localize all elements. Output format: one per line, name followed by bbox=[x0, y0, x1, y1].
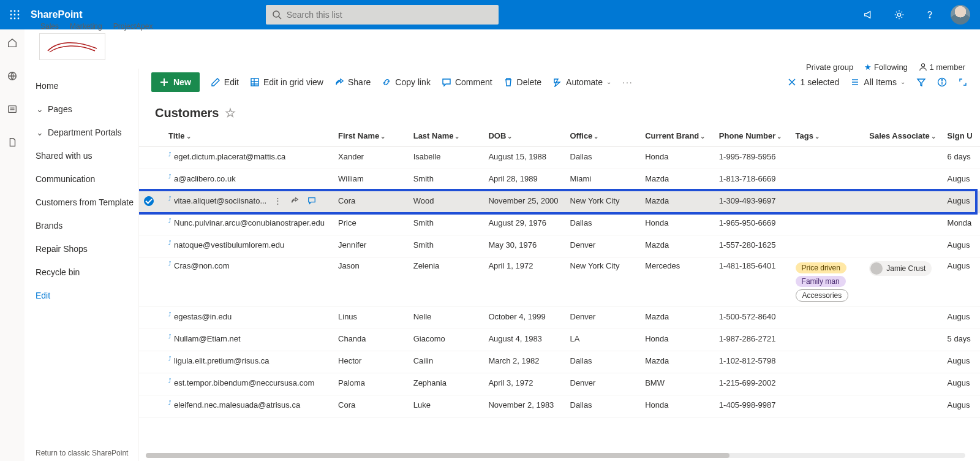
nav-edit[interactable]: Edit bbox=[36, 289, 137, 302]
cell: Linus bbox=[333, 307, 409, 329]
nav-recycle-bin[interactable]: Recycle bin bbox=[36, 266, 137, 278]
row-title[interactable]: eget.dictum.placerat@mattis.ca bbox=[174, 152, 285, 161]
hub-link[interactable]: ProjectApex bbox=[113, 22, 153, 31]
new-button[interactable]: New bbox=[151, 72, 200, 92]
nav-pages[interactable]: ⌄Pages bbox=[36, 103, 137, 115]
row-select-checkbox[interactable] bbox=[144, 196, 154, 206]
cell: 1-481-185-6401 bbox=[714, 257, 791, 307]
col-brand[interactable]: Current Brand⌄ bbox=[640, 125, 714, 147]
cell: Nelle bbox=[409, 307, 484, 329]
table-row[interactable]: ⤴Nunc.pulvinar.arcu@conubianostraper.edu… bbox=[139, 213, 980, 235]
row-title[interactable]: Cras@non.com bbox=[174, 261, 230, 270]
nav-shared-with-us[interactable]: Shared with us bbox=[36, 150, 137, 162]
info-button[interactable] bbox=[937, 77, 947, 87]
row-title[interactable]: a@aclibero.co.uk bbox=[174, 174, 236, 183]
col-sales-associate[interactable]: Sales Associate⌄ bbox=[864, 125, 942, 147]
row-title[interactable]: natoque@vestibulumlorem.edu bbox=[174, 240, 284, 250]
new-indicator-icon: ⤴ bbox=[168, 151, 172, 158]
close-icon bbox=[788, 78, 796, 86]
automate-button[interactable]: Automate ⌄ bbox=[552, 77, 611, 87]
site-logo[interactable] bbox=[39, 33, 105, 60]
nav-communication[interactable]: Communication bbox=[36, 173, 137, 185]
nav-brands[interactable]: Brands bbox=[36, 219, 137, 232]
tag-pill[interactable]: Family man bbox=[796, 276, 846, 287]
row-select-checkbox[interactable] bbox=[144, 356, 154, 366]
col-title[interactable]: Title⌄ bbox=[164, 125, 333, 147]
tags-cell bbox=[791, 395, 865, 417]
row-title[interactable]: Nullam@Etiam.net bbox=[174, 334, 241, 343]
associate-cell bbox=[864, 235, 942, 257]
copy-link-button[interactable]: Copy link bbox=[382, 77, 431, 87]
row-title[interactable]: eleifend.nec.malesuada@atrisus.ca bbox=[174, 400, 300, 410]
edit-button[interactable]: Edit bbox=[211, 77, 239, 87]
row-share-icon[interactable] bbox=[290, 196, 299, 205]
hub-link[interactable]: Marketing bbox=[70, 22, 102, 31]
filter-button[interactable] bbox=[916, 77, 926, 87]
delete-button[interactable]: Delete bbox=[503, 77, 541, 87]
row-title[interactable]: ligula.elit.pretium@risus.ca bbox=[174, 356, 270, 365]
news-icon[interactable] bbox=[2, 99, 22, 119]
col-phone[interactable]: Phone Number⌄ bbox=[714, 125, 791, 147]
row-select-checkbox[interactable] bbox=[144, 240, 154, 250]
row-title[interactable]: Nunc.pulvinar.arcu@conubianostraper.edu bbox=[174, 218, 325, 227]
row-select-checkbox[interactable] bbox=[144, 152, 154, 162]
avatar-icon bbox=[870, 262, 883, 275]
share-button[interactable]: Share bbox=[334, 77, 371, 87]
col-first-name[interactable]: First Name⌄ bbox=[333, 125, 409, 147]
tag-pill[interactable]: Price driven bbox=[796, 262, 846, 273]
svg-point-31 bbox=[941, 79, 942, 80]
nav-repair-shops[interactable]: Repair Shops bbox=[36, 243, 137, 255]
horizontal-scrollbar[interactable] bbox=[138, 451, 973, 460]
row-title[interactable]: est.tempor.bibendum@neccursusa.com bbox=[174, 378, 314, 387]
row-overflow-icon[interactable]: ⋮ bbox=[274, 196, 282, 205]
cell: Jason bbox=[333, 257, 409, 307]
col-dob[interactable]: DOB⌄ bbox=[483, 125, 565, 147]
table-row[interactable]: ⤴Cras@non.comJasonZeleniaApril 1, 1972Ne… bbox=[139, 257, 980, 307]
row-select-checkbox[interactable] bbox=[144, 334, 154, 344]
row-title[interactable]: egestas@in.edu bbox=[174, 312, 232, 321]
svg-point-2 bbox=[18, 10, 20, 12]
table-row[interactable]: ⤴Nullam@Etiam.netChandaGiacomoAugust 4, … bbox=[139, 329, 980, 351]
edit-grid-button[interactable]: Edit in grid view bbox=[250, 77, 323, 87]
table-row[interactable]: ⤴eleifend.nec.malesuada@atrisus.caCoraLu… bbox=[139, 395, 980, 417]
globe-icon[interactable] bbox=[2, 66, 22, 86]
overflow-button[interactable]: ··· bbox=[622, 77, 633, 87]
cell: 1-405-998-9987 bbox=[714, 395, 791, 417]
app-launcher-button[interactable] bbox=[5, 5, 24, 25]
table-row[interactable]: ⤴eget.dictum.placerat@mattis.caXanderIsa… bbox=[139, 147, 980, 169]
col-sign[interactable]: Sign U bbox=[943, 125, 980, 147]
nav-customers-from-template[interactable]: Customers from Template bbox=[36, 196, 137, 208]
table-row[interactable]: ⤴egestas@in.eduLinusNelleOctober 4, 1999… bbox=[139, 307, 980, 329]
clear-selection-button[interactable]: 1 selected bbox=[788, 77, 839, 87]
table-row[interactable]: ⤴est.tempor.bibendum@neccursusa.comPalom… bbox=[139, 373, 980, 395]
row-select-checkbox[interactable] bbox=[144, 261, 154, 271]
col-office[interactable]: Office⌄ bbox=[565, 125, 641, 147]
col-tags[interactable]: Tags⌄ bbox=[791, 125, 865, 147]
view-switcher[interactable]: All Items ⌄ bbox=[850, 77, 905, 87]
table-row[interactable]: ⤴vitae.aliquet@sociisnato...⋮CoraWoodNov… bbox=[139, 191, 980, 213]
col-last-name[interactable]: Last Name⌄ bbox=[409, 125, 484, 147]
cell: 1-102-812-5798 bbox=[714, 351, 791, 373]
table-row[interactable]: ⤴a@aclibero.co.ukWilliamSmithApril 28, 1… bbox=[139, 169, 980, 191]
row-select-checkbox[interactable] bbox=[144, 218, 154, 228]
home-icon[interactable] bbox=[2, 33, 22, 53]
row-select-checkbox[interactable] bbox=[144, 174, 154, 184]
table-row[interactable]: ⤴ligula.elit.pretium@risus.caHectorCaili… bbox=[139, 351, 980, 373]
row-select-checkbox[interactable] bbox=[144, 400, 154, 410]
table-row[interactable]: ⤴natoque@vestibulumlorem.eduJenniferSmit… bbox=[139, 235, 980, 257]
hub-link[interactable]: Sales bbox=[40, 22, 59, 31]
row-select-checkbox[interactable] bbox=[144, 378, 154, 388]
tag-pill[interactable]: Accessories bbox=[796, 289, 849, 302]
person-chip[interactable]: Jamie Crust bbox=[869, 261, 932, 276]
nav-department-portals[interactable]: ⌄Department Portals bbox=[36, 126, 137, 139]
files-icon[interactable] bbox=[2, 132, 22, 152]
return-classic-link[interactable]: Return to classic SharePoint bbox=[36, 449, 128, 457]
row-comment-icon[interactable] bbox=[307, 196, 316, 205]
row-select-checkbox[interactable] bbox=[144, 312, 154, 322]
nav-home[interactable]: Home bbox=[36, 80, 137, 92]
comment-button[interactable]: Comment bbox=[442, 77, 492, 87]
expand-button[interactable] bbox=[958, 77, 968, 87]
site-hub-links: Sales Marketing ProjectApex bbox=[39, 22, 965, 31]
row-title[interactable]: vitae.aliquet@sociisnato... bbox=[174, 196, 266, 205]
favorite-toggle[interactable]: ☆ bbox=[225, 105, 236, 120]
